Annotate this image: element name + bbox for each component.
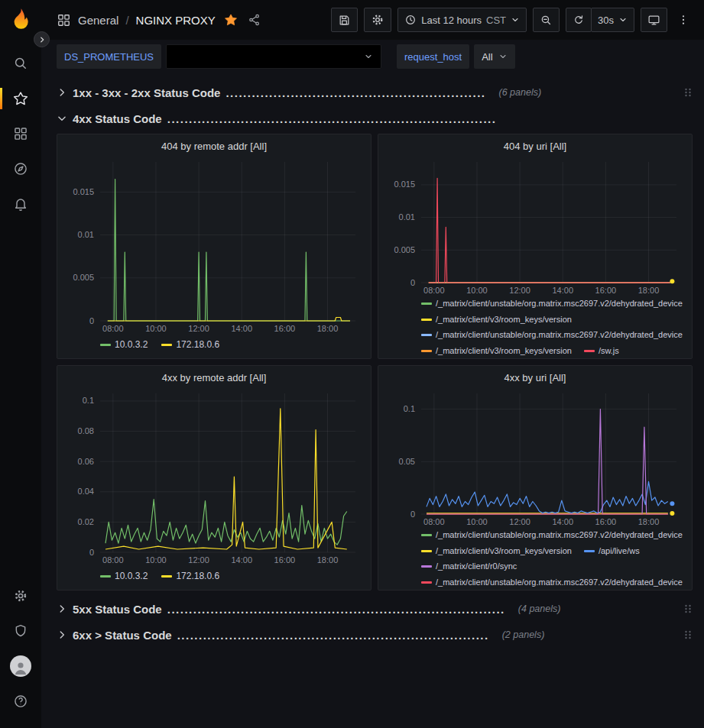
- refresh-interval-picker[interactable]: 30s: [591, 8, 634, 32]
- favorite-button[interactable]: [222, 13, 239, 27]
- apps-grid-icon: [57, 13, 71, 28]
- row-header-6xx[interactable]: 6xx > Status Code ......................…: [57, 624, 693, 645]
- legend-item[interactable]: /_matrix/client/r0/sync: [421, 559, 517, 574]
- more-options-button[interactable]: [673, 8, 693, 32]
- refresh-button[interactable]: [566, 8, 592, 32]
- legend-series-marker: [421, 581, 432, 584]
- panel-title[interactable]: 404 by uri [All]: [386, 134, 684, 157]
- svg-text:08:00: 08:00: [423, 286, 445, 295]
- kiosk-mode-button[interactable]: [641, 8, 667, 32]
- user-avatar: [10, 655, 31, 677]
- row-leader-dots: ........................................…: [177, 629, 489, 642]
- time-series-plot[interactable]: 00.0050.010.01508:0010:0012:0014:0016:00…: [65, 157, 363, 335]
- drag-handle-icon[interactable]: [683, 629, 693, 641]
- sidebar-item-configuration[interactable]: [0, 578, 41, 613]
- legend-item[interactable]: /_matrix/client/v3/room_keys/version: [421, 312, 572, 328]
- legend-series-marker: [421, 550, 432, 552]
- sidebar-item-server-admin[interactable]: [0, 613, 41, 649]
- time-series-plot[interactable]: 00.050.108:0010:0012:0014:0016:0018:00: [386, 389, 684, 528]
- save-dashboard-button[interactable]: [331, 8, 358, 32]
- breadcrumb-dashboard-title[interactable]: NGINX PROXY: [136, 14, 216, 27]
- row-header-5xx[interactable]: 5xx Status Code ........................…: [57, 598, 693, 620]
- svg-text:0.05: 0.05: [399, 457, 415, 466]
- drag-handle-icon[interactable]: [683, 86, 693, 99]
- sidebar-item-dashboards[interactable]: [0, 116, 41, 151]
- sidebar-item-help[interactable]: [0, 684, 41, 719]
- legend-item[interactable]: 172.18.0.6: [161, 339, 219, 350]
- sidebar-item-profile[interactable]: [0, 649, 41, 684]
- drag-handle-icon[interactable]: [683, 603, 693, 615]
- variable-label-text: request_host: [404, 51, 462, 63]
- svg-text:0.06: 0.06: [78, 457, 94, 466]
- svg-text:18:00: 18:00: [638, 517, 660, 526]
- grafana-logo[interactable]: [8, 8, 33, 34]
- sidebar-item-explore[interactable]: [0, 151, 41, 186]
- legend-item[interactable]: 10.0.3.2: [100, 571, 148, 581]
- chevron-down-icon: [364, 52, 373, 61]
- legend: 10.0.3.2172.18.0.6: [65, 566, 363, 586]
- panel-title[interactable]: 404 by remote addr [All]: [65, 134, 363, 157]
- time-range-picker[interactable]: Last 12 hours CST: [397, 8, 527, 32]
- clock-icon: [404, 14, 417, 26]
- svg-text:0.005: 0.005: [73, 273, 94, 282]
- legend-item[interactable]: 10.0.3.2: [100, 339, 148, 350]
- svg-text:10:00: 10:00: [145, 324, 167, 333]
- svg-text:0.01: 0.01: [399, 212, 415, 222]
- svg-text:12:00: 12:00: [188, 324, 209, 333]
- star-icon: [13, 91, 28, 106]
- dashboard-canvas: 1xx - 3xx - 2xx Status Code ............…: [41, 73, 704, 728]
- variable-value-request-host[interactable]: All: [474, 44, 514, 69]
- chevron-right-icon: [57, 87, 67, 98]
- svg-text:0.005: 0.005: [394, 245, 415, 254]
- legend-series-label: 10.0.3.2: [115, 571, 148, 581]
- sidebar-item-alerting[interactable]: [0, 186, 41, 222]
- panel-title[interactable]: 4xx by remote addr [All]: [65, 366, 363, 389]
- legend-item[interactable]: /sw.js: [584, 344, 619, 359]
- legend-item[interactable]: /_matrix/client/unstable/org.matrix.msc2…: [421, 328, 683, 343]
- svg-text:08:00: 08:00: [423, 517, 445, 526]
- row-header-4xx[interactable]: 4xx Status Code ........................…: [57, 108, 693, 129]
- time-series-plot[interactable]: 00.0050.010.01508:0010:0012:0014:0016:00…: [386, 157, 684, 296]
- time-range-label: Last 12 hours: [421, 15, 482, 26]
- panel-4xx-by-remote-addr: 4xx by remote addr [All] 00.020.040.060.…: [57, 365, 371, 590]
- breadcrumb-section[interactable]: General: [78, 14, 118, 27]
- sidebar-item-search[interactable]: [0, 46, 41, 81]
- sidebar-item-starred[interactable]: [0, 81, 41, 116]
- legend-item[interactable]: /_matrix/client/unstable/org.matrix.msc2…: [421, 296, 683, 312]
- main-area: General / NGINX PROXY La: [41, 0, 704, 728]
- sidebar-expand-button[interactable]: [34, 31, 50, 47]
- time-series-plot[interactable]: 00.020.040.060.080.108:0010:0012:0014:00…: [65, 389, 363, 566]
- legend-series-marker: [100, 344, 111, 346]
- legend-item[interactable]: /_matrix/client/v3/room_keys/version: [421, 344, 572, 359]
- sidebar: [0, 0, 41, 728]
- legend-item[interactable]: 172.18.0.6: [161, 571, 219, 581]
- svg-text:18:00: 18:00: [638, 286, 660, 295]
- legend-item[interactable]: /_matrix/client/unstable/org.matrix.msc2…: [421, 528, 683, 543]
- legend-series-label: /sw.js: [599, 345, 619, 358]
- zoom-out-button[interactable]: [533, 8, 560, 32]
- svg-text:0.015: 0.015: [73, 187, 94, 196]
- svg-text:10:00: 10:00: [466, 517, 488, 526]
- row-header-1xx-3xx-2xx[interactable]: 1xx - 3xx - 2xx Status Code ............…: [57, 82, 693, 103]
- legend-item[interactable]: /_matrix/client/unstable/org.matrix.msc2…: [421, 575, 683, 590]
- svg-text:10:00: 10:00: [145, 555, 167, 565]
- legend-item[interactable]: /api/live/ws: [584, 544, 640, 559]
- legend-item[interactable]: /_matrix/client/v3/room_keys/version: [421, 544, 572, 559]
- variable-value-datasource-redacted[interactable]: [166, 44, 381, 69]
- grafana-app: General / NGINX PROXY La: [0, 0, 704, 728]
- panel-title[interactable]: 4xx by uri [All]: [386, 366, 684, 389]
- variable-label-request-host[interactable]: request_host: [397, 44, 469, 69]
- legend-series-marker: [421, 319, 432, 321]
- svg-text:08:00: 08:00: [102, 555, 124, 565]
- legend-series-marker: [584, 550, 595, 552]
- legend-series-marker: [421, 303, 432, 305]
- legend-series-label: /_matrix/client/unstable/org.matrix.msc2…: [436, 529, 683, 542]
- share-button[interactable]: [246, 13, 263, 27]
- variable-label-datasource[interactable]: DS_PROMETHEUS: [57, 44, 161, 69]
- kebab-menu-icon: [677, 14, 689, 26]
- refresh-group: 30s: [566, 8, 634, 32]
- dashboard-toolbar: General / NGINX PROXY La: [41, 0, 704, 40]
- legend-series-label: 10.0.3.2: [115, 339, 148, 350]
- svg-text:14:00: 14:00: [231, 555, 252, 565]
- dashboard-settings-button[interactable]: [364, 8, 391, 32]
